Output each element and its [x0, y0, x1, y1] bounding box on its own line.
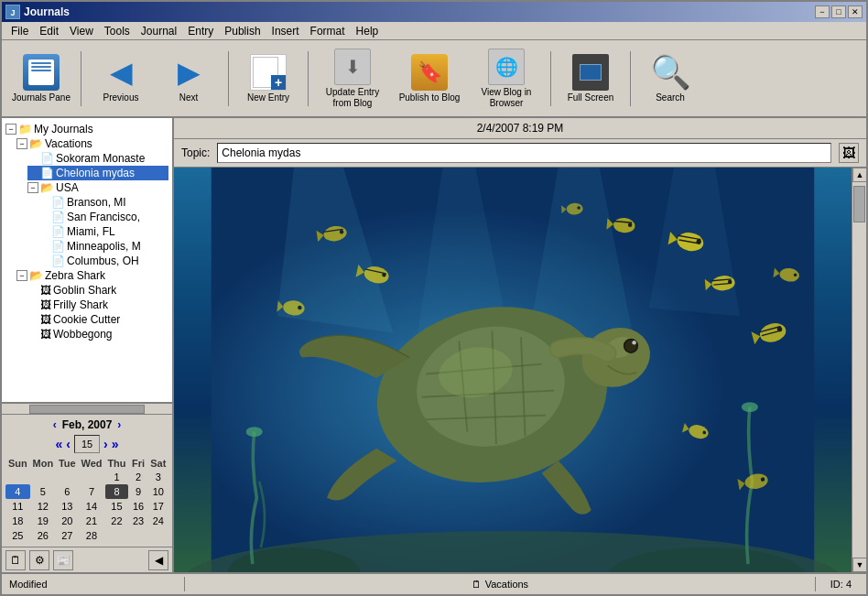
root-expander[interactable]: − — [5, 124, 16, 135]
wobbegong-img-icon: 🖼 — [40, 328, 51, 341]
cal-day[interactable]: 12 — [30, 499, 57, 514]
cal-day[interactable]: 16 — [128, 499, 147, 514]
tree-item-sokoram[interactable]: 📄 Sokoram Monaste — [27, 151, 168, 166]
usa-folder-icon: 📂 — [40, 181, 54, 194]
cal-day[interactable]: 9 — [128, 484, 147, 499]
minimize-button[interactable]: − — [815, 5, 830, 18]
zebra-branch: − 📂 Zebra Shark 🖼 Goblin Shark — [16, 268, 168, 341]
left-btn-collapse[interactable]: ◀ — [148, 550, 168, 570]
cal-day[interactable]: 25 — [5, 528, 30, 543]
cal-day[interactable]: 19 — [30, 514, 57, 528]
tree-item-usa[interactable]: − 📂 USA — [27, 180, 168, 195]
menu-tools[interactable]: Tools — [99, 23, 136, 39]
previous-button[interactable]: ◀ Previous — [89, 44, 153, 113]
tree-item-branson[interactable]: 📄 Branson, MI — [38, 195, 168, 210]
magnifier-icon: 🔍 — [650, 53, 691, 92]
left-btn-settings[interactable]: ⚙ — [29, 550, 49, 570]
cal-day[interactable]: 13 — [56, 499, 78, 514]
right-arrow-icon: ▶ — [178, 58, 201, 87]
cal-day[interactable]: 3 — [148, 470, 168, 484]
tree-item-columbus[interactable]: 📄 Columbus, OH — [38, 254, 168, 268]
cal-prev-month2-btn[interactable]: ‹ — [66, 437, 71, 451]
journals-pane-button[interactable]: Journals Pane — [9, 44, 73, 113]
search-button[interactable]: 🔍 Search — [638, 44, 702, 113]
cal-today-btn[interactable]: 15 — [74, 435, 100, 453]
left-btn-new[interactable]: 🗒 — [5, 550, 26, 570]
maximize-button[interactable]: □ — [831, 5, 846, 18]
sf-doc-icon: 📄 — [51, 211, 65, 223]
cal-day[interactable]: 6 — [56, 484, 78, 499]
cal-prev-year-btn[interactable]: « — [56, 437, 63, 451]
calendar-nav: ‹ Feb, 2007 › — [5, 418, 168, 431]
cal-day[interactable]: 26 — [30, 528, 57, 543]
tree-item-goblin[interactable]: 🖼 Goblin Shark — [27, 283, 168, 298]
status-modified: Modified — [2, 577, 185, 591]
cal-day[interactable]: 17 — [148, 499, 168, 514]
tree-item-miami[interactable]: 📄 Miami, FL — [38, 224, 168, 239]
cal-day[interactable]: 21 — [78, 514, 104, 528]
cal-day[interactable]: 4 — [5, 484, 30, 499]
tree-item-frilly[interactable]: 🖼 Frilly Shark — [27, 298, 168, 312]
cal-day[interactable]: 7 — [78, 484, 104, 499]
tree-item-sf[interactable]: 📄 San Francisco, — [38, 210, 168, 224]
cal-next-month2-btn[interactable]: › — [103, 437, 108, 451]
cal-day[interactable]: 8 — [105, 484, 129, 499]
cal-day[interactable]: 18 — [5, 514, 30, 528]
menu-view[interactable]: View — [64, 23, 99, 39]
full-screen-button[interactable]: Full Screen — [559, 44, 623, 113]
new-entry-button[interactable]: + New Entry — [236, 44, 300, 113]
close-button[interactable]: ✕ — [848, 5, 863, 18]
cal-day[interactable]: 20 — [56, 514, 78, 528]
v-scroll-down-btn[interactable]: ▼ — [852, 558, 866, 572]
topic-input[interactable] — [217, 143, 831, 163]
cal-prev-month-btn[interactable]: ‹ — [53, 418, 57, 431]
menu-format[interactable]: Format — [305, 23, 351, 39]
zebra-expander[interactable]: − — [16, 270, 27, 281]
tree-item-wobbegong[interactable]: 🖼 Wobbegong — [27, 327, 168, 341]
cal-day[interactable]: 1 — [105, 470, 129, 484]
cal-next-month-btn[interactable]: › — [117, 418, 121, 431]
tree-item-cookie[interactable]: 🖼 Cookie Cutter — [27, 312, 168, 327]
cal-day[interactable]: 27 — [56, 528, 78, 543]
menu-edit[interactable]: Edit — [34, 23, 64, 39]
usa-expander[interactable]: − — [27, 182, 38, 193]
h-scrollbar[interactable] — [2, 403, 172, 414]
view-blog-icon-bg: 🌐 — [488, 49, 525, 85]
tree-item-vacations[interactable]: − 📂 Vacations — [16, 136, 168, 151]
menu-file[interactable]: File — [5, 23, 34, 39]
topic-image-button[interactable]: 🖼 — [839, 143, 859, 163]
turtle-canvas — [174, 168, 852, 572]
cal-day[interactable]: 23 — [128, 514, 147, 528]
cal-day — [148, 528, 168, 543]
h-scroll-thumb[interactable] — [29, 405, 145, 414]
next-button[interactable]: ▶ Next — [157, 44, 221, 113]
menu-help[interactable]: Help — [351, 23, 385, 39]
cal-day[interactable]: 15 — [105, 499, 129, 514]
tree-item-minneapolis[interactable]: 📄 Minneapolis, M — [38, 239, 168, 254]
menu-entry[interactable]: Entry — [182, 23, 219, 39]
calendar-area: ‹ Feb, 2007 › « ‹ 15 › » Sun Mon — [2, 414, 172, 547]
cal-day[interactable]: 2 — [128, 470, 147, 484]
tree-item-chelonia[interactable]: 📄 Chelonia mydas — [27, 166, 168, 180]
menu-insert[interactable]: Insert — [266, 23, 305, 39]
cal-day[interactable]: 22 — [105, 514, 129, 528]
cal-day[interactable]: 24 — [148, 514, 168, 528]
vacations-expander[interactable]: − — [16, 138, 27, 149]
cal-day[interactable]: 14 — [78, 499, 104, 514]
menu-journal[interactable]: Journal — [136, 23, 182, 39]
update-entry-button[interactable]: ⬇ Update Entry from Blog — [316, 44, 389, 113]
cal-day[interactable]: 11 — [5, 499, 30, 514]
tree-item-root[interactable]: − 📁 My Journals — [5, 122, 168, 136]
svg-point-9 — [742, 402, 758, 412]
left-btn-blog[interactable]: 📰 — [53, 550, 73, 570]
cal-next-year-btn[interactable]: » — [112, 437, 119, 451]
v-scroll-thumb[interactable] — [853, 186, 865, 222]
v-scroll-up-btn[interactable]: ▲ — [852, 168, 866, 182]
cal-day[interactable]: 28 — [78, 528, 104, 543]
tree-item-zebra[interactable]: − 📂 Zebra Shark — [16, 268, 168, 283]
cal-day[interactable]: 5 — [30, 484, 57, 499]
view-blog-button[interactable]: 🌐 View Blog in Browser — [470, 44, 543, 113]
cal-day[interactable]: 10 — [148, 484, 168, 499]
menu-publish[interactable]: Publish — [219, 23, 266, 39]
publish-to-blog-button[interactable]: 🔖 Publish to Blog — [393, 44, 466, 113]
